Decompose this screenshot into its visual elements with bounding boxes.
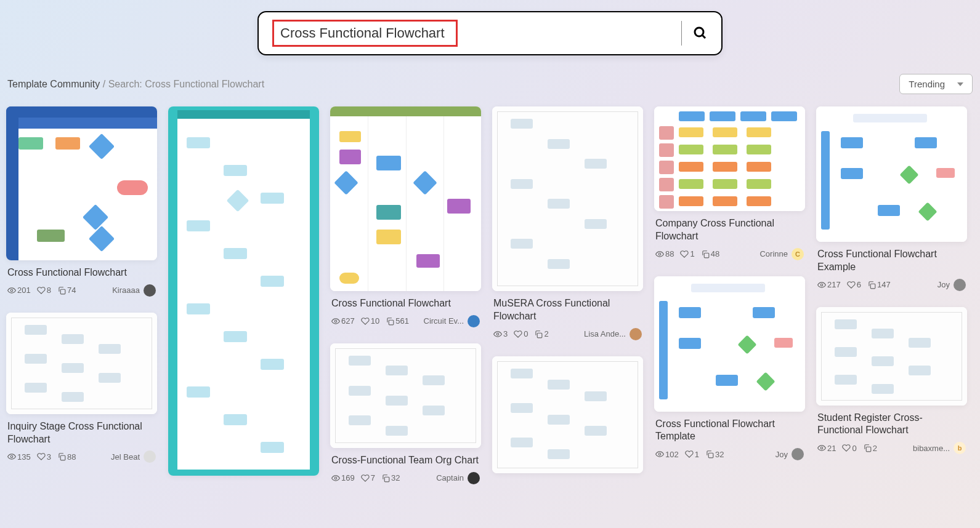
sort-dropdown[interactable]: Trending [899,74,973,94]
template-card[interactable] [816,307,967,406]
likes-stat: 1 [685,450,699,459]
views-stat: 3 [493,329,508,338]
breadcrumb: Template Community / Search: Cross Funct… [7,79,264,90]
svg-point-16 [820,284,823,286]
svg-rect-15 [708,453,713,458]
copies-stat: 74 [57,286,76,295]
template-thumbnail[interactable] [654,276,805,412]
views-stat: 169 [331,473,355,482]
template-thumbnail[interactable] [330,106,481,291]
author-avatar [144,284,156,297]
template-author[interactable]: Joy [775,448,804,460]
template-title: Inquiry Stage Cross Functional Flowchart [7,420,156,446]
svg-point-18 [820,447,823,449]
template-card[interactable] [6,313,157,414]
likes-stat: 7 [361,473,375,482]
template-thumbnail[interactable] [168,106,319,476]
template-card[interactable] [330,343,481,448]
likes-stat: 3 [37,452,51,462]
author-avatar [144,450,156,463]
views-stat: 88 [655,249,674,258]
svg-point-2 [10,289,13,292]
template-title: Cross Functional Flowchart Example [817,248,966,274]
template-thumbnail[interactable] [816,307,967,406]
template-author[interactable]: bibaxme...b [913,442,966,454]
svg-line-1 [702,35,705,38]
svg-point-10 [496,333,499,335]
search-button[interactable] [693,26,708,41]
search-divider [681,21,682,46]
copies-stat: 2 [534,329,548,338]
template-thumbnail[interactable] [816,106,967,242]
template-title: MuSERA Cross Functional Flowchart [493,297,642,323]
template-card[interactable] [492,356,643,473]
views-stat: 627 [331,316,355,326]
author-avatar [468,315,480,327]
template-thumbnail[interactable] [330,343,481,448]
views-stat: 135 [7,452,31,462]
search-box [257,11,723,55]
copies-stat: 2 [863,444,877,453]
search-highlight [272,20,458,47]
svg-point-8 [334,477,337,479]
template-card[interactable] [6,106,157,260]
svg-rect-9 [384,477,389,482]
views-stat: 217 [817,280,841,289]
svg-rect-3 [60,289,65,294]
views-stat: 201 [7,286,31,295]
template-author[interactable]: Kiraaaa [112,284,156,297]
template-title: Cross Functional Flowchart [7,266,156,279]
likes-stat: 1 [680,249,694,258]
template-thumbnail[interactable] [492,106,643,291]
copies-stat: 147 [867,280,891,289]
template-card[interactable] [330,106,481,291]
template-thumbnail[interactable] [492,356,643,473]
template-card[interactable] [654,106,805,211]
template-thumbnail[interactable] [6,313,157,414]
views-stat: 21 [817,444,836,453]
chevron-down-icon [957,82,963,86]
breadcrumb-current: Search: Cross Functional Flowchart [108,79,264,89]
template-card[interactable] [816,106,967,242]
svg-rect-11 [538,333,543,338]
template-title: Cross Functional Flowchart Template [655,418,804,444]
svg-point-12 [658,253,661,255]
svg-point-4 [10,456,13,458]
template-author[interactable]: Lisa Ande... [584,328,642,340]
likes-stat: 8 [37,286,51,295]
copies-stat: 32 [705,450,724,459]
template-card[interactable] [654,276,805,412]
template-thumbnail[interactable] [654,106,805,211]
sort-selected: Trending [909,79,945,89]
likes-stat: 0 [514,329,528,338]
template-author[interactable]: Jel Beat [111,450,156,463]
template-thumbnail[interactable] [6,106,157,260]
template-title: Cross Functional Flowchart [331,297,480,310]
svg-rect-17 [870,284,875,289]
likes-stat: 0 [842,444,856,453]
author-avatar [630,328,642,340]
likes-stat: 10 [361,316,379,326]
template-card[interactable] [168,106,319,476]
author-avatar: b [954,442,966,454]
author-avatar [468,472,480,484]
svg-rect-13 [704,253,709,258]
views-stat: 102 [655,450,679,459]
template-title: Cross-Functional Team Org Chart [331,454,480,467]
svg-rect-7 [389,320,394,325]
template-author[interactable]: Captain [436,472,480,484]
svg-rect-19 [866,447,871,452]
breadcrumb-root[interactable]: Template Community [7,79,100,89]
template-title: Company Cross Functional Flowchart [655,217,804,243]
search-input[interactable] [280,25,450,41]
template-author[interactable]: Circuit Ev... [424,315,480,327]
copies-stat: 88 [57,452,76,462]
author-avatar [792,448,804,460]
copies-stat: 32 [381,473,400,482]
template-card[interactable] [492,106,643,291]
svg-rect-5 [60,456,65,461]
template-author[interactable]: Joy [937,279,966,291]
author-avatar: C [792,248,804,260]
search-icon [693,26,708,41]
template-author[interactable]: CorinneC [759,248,804,260]
